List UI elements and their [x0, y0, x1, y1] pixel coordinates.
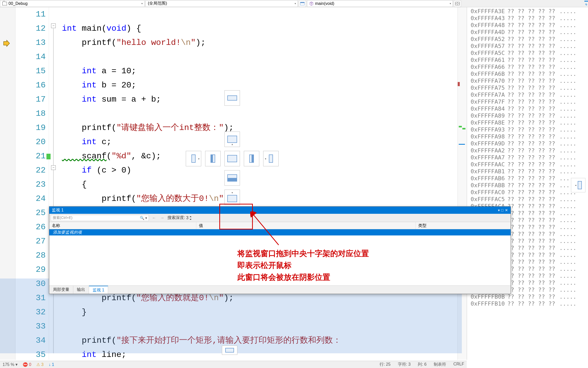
memory-row[interactable]: 0xFFFFFA93?? ?? ?? ?? ??..... — [467, 126, 588, 133]
memory-row[interactable]: 0xFFFFFA98?? ?? ?? ?? ??..... — [467, 133, 588, 140]
watch-tabs: 局部变量 输出 监视 1 — [49, 285, 511, 294]
memory-row[interactable]: 0xFFFFFA7A?? ?? ?? ?? ??..... — [467, 91, 588, 98]
scope-label: (全局范围) — [148, 1, 167, 6]
status-line[interactable]: 行: 25 — [380, 362, 391, 367]
memory-row[interactable]: 0xFFFFFA89?? ?? ?? ?? ??..... — [467, 112, 588, 119]
nav-forward-button[interactable]: → — [159, 215, 165, 221]
memory-row[interactable]: 0xFFFFFA66?? ?? ?? ?? ??..... — [467, 63, 588, 70]
project-dropdown[interactable]: 00_Debug ▾ — [0, 0, 144, 7]
dock-bottom-extra[interactable] — [222, 346, 237, 355]
status-col[interactable]: 列: 6 — [418, 362, 426, 367]
dropdown-arrow-icon: ▾ — [450, 2, 451, 5]
project-icon — [2, 2, 7, 5]
project-name: 00_Debug — [9, 1, 28, 6]
memory-row[interactable]: 0xFFFFFA43?? ?? ?? ?? ??..... — [467, 15, 588, 22]
status-indent[interactable]: 制表符 — [434, 362, 446, 367]
status-bar: 175 % ▾ ⛔ 0 ⚠ 3 ↓ 1 行: 25 字符: 3 列: 6 制表符… — [0, 361, 467, 368]
annotation-arrow — [250, 211, 281, 248]
minimap-marker — [459, 144, 465, 145]
status-line-ending[interactable]: CRLF — [453, 362, 464, 367]
svg-line-4 — [253, 214, 279, 245]
minimap-marker — [462, 128, 465, 129]
col-name[interactable]: 名称 — [49, 222, 196, 229]
annotation-highlight-box — [219, 204, 253, 230]
memory-row[interactable]: 0xFFFFFAAC?? ?? ?? ?? ??..... — [467, 161, 588, 168]
memory-row[interactable]: 0xFFFFFA6B?? ?? ?? ?? ??..... — [467, 70, 588, 77]
memory-row[interactable]: 0xFFFFFABB?? ?? ?? ?? ??..... — [467, 182, 588, 189]
fold-collapse-icon[interactable]: − — [51, 165, 56, 170]
annotation-text: 将监视窗口拖到中央十字架的对应位置 即表示松开鼠标 此窗口将会被放在阴影位置 — [237, 248, 369, 283]
function-name: main(void) — [315, 1, 334, 6]
tab-output[interactable]: 输出 — [73, 286, 89, 294]
memory-row[interactable]: 0xFFFFFA75?? ?? ?? ?? ??..... — [467, 84, 588, 91]
memory-row[interactable]: 0xFFFFFAB6?? ?? ?? ?? ??..... — [467, 175, 588, 182]
split-icon — [300, 2, 305, 5]
window-maximize-icon[interactable]: □ — [501, 208, 503, 212]
cube-icon — [309, 2, 313, 6]
col-type[interactable]: 类型 — [416, 222, 511, 229]
search-depth-control[interactable]: 搜索深度: 3 ⏶⏷ — [167, 215, 192, 221]
memory-row[interactable]: 0xFFFFFA8E?? ?? ?? ?? ??..... — [467, 119, 588, 126]
memory-row[interactable]: 0xFFFFFA9D?? ?? ?? ?? ??..... — [467, 140, 588, 147]
dock-right-panel[interactable]: ◂ — [571, 178, 585, 192]
fold-collapse-icon[interactable]: − — [51, 23, 56, 28]
change-marker — [46, 154, 51, 159]
status-warning-count[interactable]: ⚠ 3 — [36, 362, 43, 367]
minimap-marker — [458, 82, 460, 86]
watch-title-text: 监视 1 — [52, 208, 63, 213]
svg-rect-1 — [300, 2, 304, 3]
watch-search-input[interactable]: 搜索(Ctrl+E) 🔍 ▾ — [51, 215, 149, 221]
memory-row[interactable]: 0xFFFFFB0B?? ?? ?? ?? ??..... — [467, 293, 588, 300]
memory-row[interactable]: 0xFFFFFA3E?? ?? ?? ?? ??..... — [467, 8, 588, 15]
scope-dropdown[interactable]: (全局范围) ▾ — [146, 0, 298, 7]
split-horizontal-icon — [455, 2, 460, 5]
memory-row[interactable]: 0xFFFFFA5C?? ?? ?? ?? ??..... — [467, 50, 588, 56]
nav-back-button[interactable]: ← — [151, 215, 157, 221]
memory-row[interactable]: 0xFFFFFAB1?? ?? ?? ?? ??..... — [467, 168, 588, 175]
memory-row[interactable]: 0xFFFFFA48?? ?? ?? ?? ??..... — [467, 22, 588, 29]
status-error-count[interactable]: ⛔ 0 — [23, 362, 31, 367]
memory-row[interactable]: 0xFFFFFB10?? ?? ?? ?? ??..... — [467, 300, 588, 307]
memory-row[interactable]: 0xFFFFFAA7?? ?? ?? ?? ??..... — [467, 154, 588, 161]
search-placeholder: 搜索(Ctrl+E) — [53, 216, 73, 220]
memory-row[interactable]: 0xFFFFFAC5?? ?? ?? ?? ??..... — [467, 196, 588, 203]
memory-row[interactable]: 0xFFFFFA84?? ?? ?? ?? ??..... — [467, 105, 588, 112]
zoom-level[interactable]: 175 % ▾ — [3, 362, 18, 367]
vertical-toolbox-handle[interactable] — [584, 1, 588, 6]
memory-row[interactable]: 0xFFFFFAA2?? ?? ?? ?? ??..... — [467, 147, 588, 154]
minimap-marker — [459, 126, 462, 127]
memory-row[interactable]: 0xFFFFFA57?? ?? ?? ?? ??..... — [467, 43, 588, 50]
memory-row[interactable]: 0xFFFFFA70?? ?? ?? ?? ??..... — [467, 77, 588, 84]
status-char[interactable]: 字符: 3 — [398, 362, 411, 367]
window-menu-icon[interactable]: ▾ — [498, 208, 500, 212]
dropdown-arrow-icon: ▾ — [141, 2, 143, 5]
split-editor-button[interactable] — [454, 0, 461, 7]
memory-row[interactable]: 0xFFFFFA4D?? ?? ?? ?? ??..... — [467, 29, 588, 36]
function-dropdown[interactable]: main(void) ▾ — [307, 0, 453, 7]
window-close-icon[interactable]: ✕ — [505, 208, 508, 212]
memory-view[interactable]: 0xFFFFFA3E?? ?? ?? ?? ??.....0xFFFFFA43?… — [467, 7, 588, 360]
memory-row[interactable]: 0xFFFFFAC0?? ?? ?? ?? ??..... — [467, 189, 588, 196]
status-info-marker[interactable]: ↓ 1 — [49, 362, 54, 367]
memory-row[interactable]: 0xFFFFFA52?? ?? ?? ?? ??..... — [467, 36, 588, 43]
tab-watch1[interactable]: 监视 1 — [89, 286, 108, 294]
current-line-arrow-icon — [3, 39, 10, 47]
search-icon[interactable]: 🔍 ▾ — [140, 216, 147, 220]
dropdown-arrow-icon: ▾ — [295, 2, 296, 5]
memory-row[interactable]: 0xFFFFFA61?? ?? ?? ?? ??..... — [467, 56, 588, 63]
tab-locals[interactable]: 局部变量 — [49, 286, 73, 294]
nav-split-button[interactable] — [299, 0, 306, 7]
memory-row[interactable]: 0xFFFFFA7F?? ?? ?? ?? ??..... — [467, 98, 588, 105]
